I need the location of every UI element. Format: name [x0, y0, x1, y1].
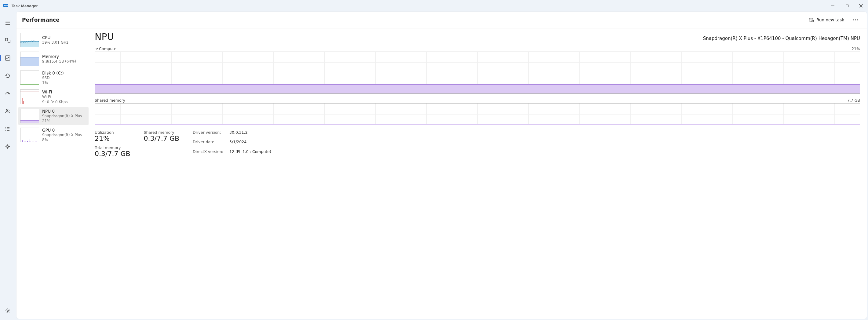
thumb-disk — [20, 70, 39, 85]
shared-chart-right: 7.7 GB — [847, 98, 860, 103]
device-title: Disk 0 (C:) — [42, 70, 64, 75]
device-item-wifi[interactable]: Wi-Fi Wi-Fi S: 0 R: 0 Kbps — [18, 88, 89, 106]
svg-point-28 — [855, 19, 856, 20]
run-task-icon — [809, 18, 814, 23]
device-item-cpu[interactable]: CPU 39% 3.01 GHz — [18, 31, 89, 49]
maximize-button[interactable] — [840, 1, 854, 11]
nav-app-history-icon[interactable] — [2, 70, 13, 81]
device-sub: Wi-Fi — [42, 94, 68, 99]
device-sub: Snapdragon(R) X Plus - — [42, 132, 85, 137]
device-sub2: 21% — [42, 119, 85, 123]
svg-line-11 — [8, 93, 9, 94]
utilization-label: Utilization — [95, 130, 130, 135]
nav-details-icon[interactable] — [2, 123, 13, 134]
nav-settings-icon[interactable] — [2, 305, 13, 316]
device-item-gpu[interactable]: GPU 0 Snapdragon(R) X Plus - 8% — [18, 126, 89, 144]
thumb-wifi — [20, 90, 39, 104]
device-sub: 39% 3.01 GHz — [42, 40, 68, 45]
device-sub: 9.8/15.4 GB (64%) — [42, 59, 76, 64]
device-sub: SSD — [42, 75, 64, 80]
directx-version-value: 12 (FL 1.0 : Compute) — [229, 149, 271, 158]
device-sub2: 8% — [42, 137, 85, 142]
svg-point-13 — [8, 110, 9, 111]
svg-rect-8 — [5, 38, 8, 41]
performance-main: NPU Snapdragon(R) X Plus - X1P64100 - Qu… — [90, 28, 867, 319]
device-title: CPU — [42, 35, 68, 40]
close-button[interactable] — [854, 1, 868, 11]
device-description: Snapdragon(R) X Plus - X1P64100 - Qualco… — [118, 36, 860, 41]
device-title: Memory — [42, 54, 76, 59]
driver-date-key: Driver date: — [193, 139, 223, 148]
overflow-button[interactable] — [850, 15, 861, 25]
nav-startup-icon[interactable] — [2, 88, 13, 99]
thumb-npu — [20, 109, 39, 123]
driver-version-value: 30.0.31.2 — [229, 130, 271, 138]
device-sub: Snapdragon(R) X Plus - — [42, 114, 85, 119]
directx-version-key: DirectX version: — [193, 149, 223, 158]
total-memory-label: Total memory — [95, 145, 130, 150]
shared-chart-label: Shared memory — [95, 98, 125, 103]
compute-chart-right: 21% — [851, 46, 860, 51]
app-icon — [3, 3, 8, 8]
driver-info: Driver version: 30.0.31.2 Driver date: 5… — [193, 130, 271, 158]
thumb-cpu — [20, 33, 39, 47]
content-header: Performance Run new task — [17, 11, 867, 28]
main-title: NPU — [95, 31, 114, 42]
svg-rect-9 — [8, 40, 10, 43]
nav-processes-icon[interactable] — [2, 35, 13, 46]
titlebar[interactable]: Task Manager — [0, 0, 868, 11]
content-panel: Performance Run new task — [17, 11, 867, 319]
minimize-button[interactable] — [826, 1, 840, 11]
nav-users-icon[interactable] — [2, 106, 13, 117]
device-item-memory[interactable]: Memory 9.8/15.4 GB (64%) — [18, 50, 89, 68]
total-memory-value: 0.3/7.7 GB — [95, 150, 130, 158]
hamburger-icon[interactable] — [2, 17, 13, 28]
shared-chart-header: Shared memory 7.7 GB — [95, 98, 860, 103]
device-title: NPU 0 — [42, 109, 85, 114]
run-task-label: Run new task — [816, 18, 844, 22]
device-sub2: 1% — [42, 80, 64, 85]
driver-version-key: Driver version: — [193, 130, 223, 138]
window-title: Task Manager — [11, 4, 38, 8]
compute-chart-header[interactable]: Compute 21% — [95, 46, 860, 51]
chevron-down-icon — [95, 47, 99, 51]
performance-device-list: CPU 39% 3.01 GHz Memory 9.8/15.4 GB (64%… — [17, 28, 90, 319]
svg-point-20 — [7, 146, 8, 148]
nav-performance-icon[interactable] — [2, 53, 13, 64]
compute-chart — [95, 52, 860, 94]
device-item-disk[interactable]: Disk 0 (C:) SSD 1% — [18, 69, 89, 87]
utilization-value: 21% — [95, 135, 130, 142]
svg-point-27 — [853, 19, 854, 20]
svg-point-21 — [7, 310, 8, 312]
shared-memory-value: 0.3/7.7 GB — [144, 135, 180, 142]
driver-date-value: 5/1/2024 — [229, 139, 271, 148]
thumb-memory — [20, 52, 39, 66]
run-new-task-button[interactable]: Run new task — [806, 15, 847, 25]
device-sub2: S: 0 R: 0 Kbps — [42, 100, 68, 104]
thumb-gpu — [20, 128, 39, 142]
device-title: Wi-Fi — [42, 90, 68, 94]
svg-point-29 — [857, 19, 858, 20]
device-item-npu[interactable]: NPU 0 Snapdragon(R) X Plus - 21% — [18, 107, 89, 125]
shared-memory-chart — [95, 103, 860, 125]
shared-memory-label: Shared memory — [144, 130, 180, 135]
nav-services-icon[interactable] — [2, 141, 13, 152]
nav-rail — [0, 11, 15, 320]
page-title: Performance — [22, 17, 60, 23]
svg-rect-2 — [846, 5, 848, 7]
device-title: GPU 0 — [42, 128, 85, 132]
compute-chart-label: Compute — [99, 46, 116, 51]
svg-point-12 — [6, 109, 8, 111]
stats-row: Utilization 21% Total memory 0.3/7.7 GB … — [95, 130, 860, 158]
